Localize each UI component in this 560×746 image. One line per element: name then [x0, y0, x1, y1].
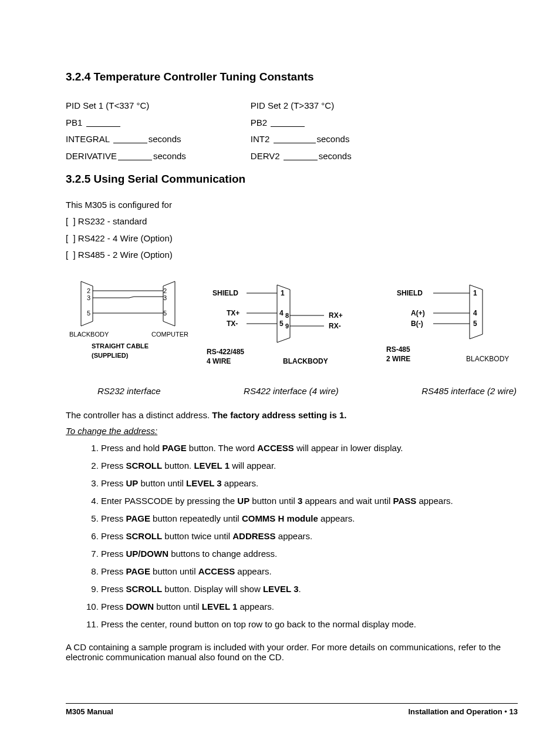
- t: PAGE: [126, 513, 150, 523]
- t: button until: [150, 566, 198, 576]
- t: ADDRESS: [232, 531, 275, 541]
- t: Press: [101, 513, 126, 523]
- rs422-shield-label: SHIELD: [212, 289, 238, 297]
- config-options: [ ] RS232 - standard [ ] RS422 - 4 Wire …: [66, 213, 518, 264]
- t: appears.: [416, 496, 453, 506]
- blank-line: [271, 126, 305, 127]
- pid1-integral-label: INTEGRAL: [66, 134, 109, 144]
- rs422-rxm-label: RX-: [329, 322, 341, 330]
- config-intro: This M305 is configured for: [66, 200, 518, 210]
- t: PAGE: [126, 566, 150, 576]
- blank-line: [274, 143, 316, 143]
- pid-constants-grid: PID Set 1 (T<337 °C) PB1 INTEGRAL second…: [66, 98, 518, 164]
- pid2-integral-unit: seconds: [317, 134, 350, 144]
- rs232-right-label: COMPUTER: [151, 331, 188, 338]
- t: button. The word: [187, 443, 258, 453]
- step-3: Press UP button until LEVEL 3 appears.: [101, 477, 518, 489]
- section-heading-325: 3.2.5 Using Serial Communication: [66, 173, 518, 186]
- rs485-bottom-left-b: 2 WIRE: [386, 355, 410, 363]
- pid2-integral: INT2 seconds: [251, 131, 352, 148]
- rs422-txm-label: TX-: [227, 320, 238, 328]
- t: UP/DOWN: [126, 549, 169, 559]
- rs485-b-label: B(-): [411, 320, 423, 328]
- pid1-title: PID Set 1 (T<337 °C): [66, 98, 186, 115]
- t: Press: [101, 549, 126, 559]
- pin-5-left: 5: [87, 310, 90, 317]
- t: button until: [154, 601, 202, 611]
- t: Press: [101, 584, 126, 594]
- pid-set-2-column: PID Set 2 (T>337 °C) PB2 INT2 seconds DE…: [251, 98, 352, 164]
- svg-line-2: [129, 297, 134, 298]
- controller-address-line: The controller has a distinct address. T…: [66, 410, 518, 420]
- t: Press: [101, 461, 126, 471]
- rs422-bottom-left-b: 4 WIRE: [207, 357, 231, 365]
- t: Press: [101, 601, 126, 611]
- t: button. Display will show: [162, 584, 263, 594]
- t: Press: [101, 478, 126, 488]
- t: will appear in lower display.: [294, 443, 403, 453]
- wiring-diagrams-row: 2 3 5 2 3 5 BLACKBODY COMPUTER STRAIGHT …: [66, 275, 518, 369]
- t: LEVEL 1: [202, 601, 238, 611]
- rs485-bottom-left-a: RS-485: [386, 345, 410, 354]
- blank-line: [118, 160, 152, 160]
- t: SCROLL: [126, 461, 163, 471]
- rs485-pin4: 4: [473, 309, 477, 317]
- pin-2-left: 2: [87, 287, 90, 294]
- pid2-pb: PB2: [251, 115, 352, 132]
- rs485-pin5: 5: [473, 320, 477, 328]
- t: appears and wait until: [302, 496, 393, 506]
- step-8: Press PAGE button until ACCESS appears.: [101, 565, 518, 577]
- address-line-a: The controller has a distinct address.: [66, 410, 212, 420]
- pid-set-1-column: PID Set 1 (T<337 °C) PB1 INTEGRAL second…: [66, 98, 186, 164]
- pid1-pb: PB1: [66, 115, 186, 132]
- pid1-integral: INTEGRAL seconds: [66, 131, 186, 148]
- footer-right-a: Installation and Operation: [408, 707, 504, 716]
- pin-2-right: 2: [163, 287, 167, 294]
- t: .: [299, 584, 301, 594]
- blank-line: [113, 143, 147, 143]
- footer-left: M305 Manual: [66, 707, 113, 716]
- t: Press the center, round button on top ro…: [101, 619, 416, 629]
- t: DOWN: [126, 601, 154, 611]
- rs422-pin5: 5: [279, 320, 284, 328]
- t: Press and hold: [101, 443, 162, 453]
- address-line-b: The factory address setting is 1.: [212, 410, 346, 420]
- pin-5-right: 5: [163, 310, 167, 317]
- t: LEVEL 3: [186, 478, 222, 488]
- pid1-pb-label: PB1: [66, 117, 82, 127]
- rs485-bottom-right: BLACKBODY: [466, 355, 509, 363]
- pid1-derivative: DERIVATIVEseconds: [66, 148, 186, 165]
- t: appears.: [237, 601, 274, 611]
- rs485-diagram: SHIELD A(+) B(-) 1 4 5 RS-485 2 WIRE BLA…: [383, 281, 518, 369]
- caption-rs232: RS232 interface: [97, 386, 161, 396]
- caption-rs422: RS422 interface (4 wire): [244, 386, 339, 396]
- rs232-sub2: (SUPPLIED): [92, 352, 129, 359]
- section-heading-324: 3.2.4 Temperature Controller Tuning Cons…: [66, 70, 518, 83]
- pid1-derivative-unit: seconds: [153, 151, 186, 161]
- t: appears.: [318, 513, 355, 523]
- change-address-steps: Press and hold PAGE button. The word ACC…: [89, 442, 518, 630]
- step-5: Press PAGE button repeatedly until COMMS…: [101, 512, 518, 525]
- t: appears.: [222, 478, 259, 488]
- t: Press: [101, 531, 126, 541]
- rs232-sub1: STRAIGHT CABLE: [92, 342, 149, 350]
- pid2-derivative-label: DERV2: [251, 151, 280, 161]
- t: button until: [249, 496, 298, 506]
- pid2-derivative-unit: seconds: [319, 151, 352, 161]
- rs422-bottom-right: BLACKBODY: [283, 357, 328, 365]
- opt-rs422: [ ] RS422 - 4 Wire (Option): [66, 230, 518, 247]
- pid1-integral-unit: seconds: [149, 134, 181, 144]
- rs232-diagram: 2 3 5 2 3 5 BLACKBODY COMPUTER STRAIGHT …: [66, 275, 189, 369]
- footer-page-num: 13: [507, 707, 518, 716]
- t: Enter PASSCODE by pressing the: [101, 496, 237, 506]
- step-4: Enter PASSCODE by pressing the UP button…: [101, 495, 518, 507]
- change-address-heading: To change the address:: [66, 426, 518, 436]
- blank-line: [284, 160, 318, 160]
- rs422-pin4: 4: [279, 309, 284, 317]
- t: PASS: [393, 496, 417, 506]
- pid2-integral-label: INT2: [251, 134, 270, 144]
- t: button repeatedly until: [150, 513, 242, 523]
- rs422-pin8: 8: [285, 312, 289, 319]
- footer-right: Installation and Operation • 13: [408, 707, 518, 716]
- t: will appear.: [230, 461, 276, 471]
